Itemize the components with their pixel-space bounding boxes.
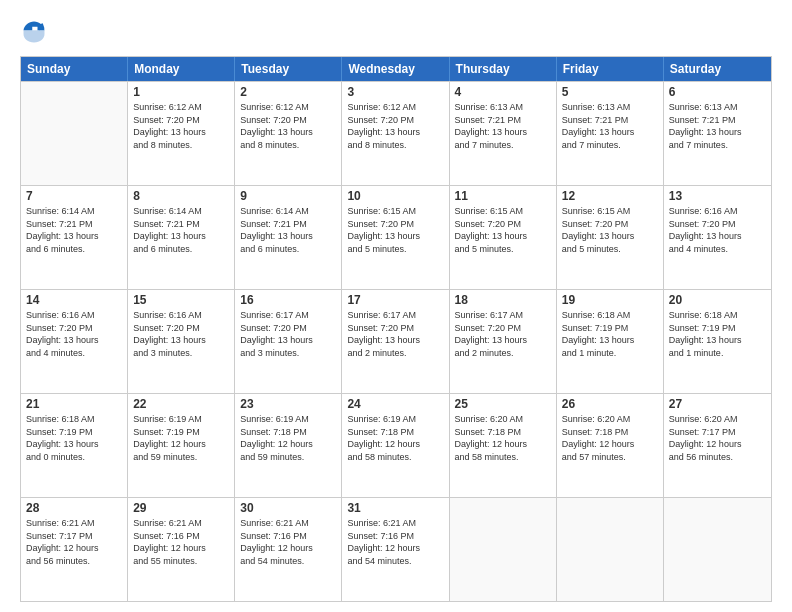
day-info: Sunrise: 6:20 AM Sunset: 7:18 PM Dayligh…: [455, 413, 551, 463]
day-cell-14: 14Sunrise: 6:16 AM Sunset: 7:20 PM Dayli…: [21, 290, 128, 393]
day-info: Sunrise: 6:17 AM Sunset: 7:20 PM Dayligh…: [455, 309, 551, 359]
day-info: Sunrise: 6:15 AM Sunset: 7:20 PM Dayligh…: [455, 205, 551, 255]
day-cell-3: 3Sunrise: 6:12 AM Sunset: 7:20 PM Daylig…: [342, 82, 449, 185]
day-number: 7: [26, 189, 122, 203]
empty-cell: [664, 498, 771, 601]
day-cell-19: 19Sunrise: 6:18 AM Sunset: 7:19 PM Dayli…: [557, 290, 664, 393]
empty-cell: [21, 82, 128, 185]
day-cell-18: 18Sunrise: 6:17 AM Sunset: 7:20 PM Dayli…: [450, 290, 557, 393]
day-cell-4: 4Sunrise: 6:13 AM Sunset: 7:21 PM Daylig…: [450, 82, 557, 185]
day-cell-15: 15Sunrise: 6:16 AM Sunset: 7:20 PM Dayli…: [128, 290, 235, 393]
day-cell-31: 31Sunrise: 6:21 AM Sunset: 7:16 PM Dayli…: [342, 498, 449, 601]
header: [20, 18, 772, 46]
day-cell-29: 29Sunrise: 6:21 AM Sunset: 7:16 PM Dayli…: [128, 498, 235, 601]
day-number: 15: [133, 293, 229, 307]
day-cell-5: 5Sunrise: 6:13 AM Sunset: 7:21 PM Daylig…: [557, 82, 664, 185]
day-cell-1: 1Sunrise: 6:12 AM Sunset: 7:20 PM Daylig…: [128, 82, 235, 185]
day-number: 25: [455, 397, 551, 411]
day-info: Sunrise: 6:14 AM Sunset: 7:21 PM Dayligh…: [240, 205, 336, 255]
day-number: 11: [455, 189, 551, 203]
day-info: Sunrise: 6:19 AM Sunset: 7:18 PM Dayligh…: [347, 413, 443, 463]
day-number: 8: [133, 189, 229, 203]
day-number: 20: [669, 293, 766, 307]
day-number: 22: [133, 397, 229, 411]
calendar-week-2: 7Sunrise: 6:14 AM Sunset: 7:21 PM Daylig…: [21, 185, 771, 289]
calendar-body: 1Sunrise: 6:12 AM Sunset: 7:20 PM Daylig…: [21, 81, 771, 601]
day-number: 14: [26, 293, 122, 307]
day-cell-22: 22Sunrise: 6:19 AM Sunset: 7:19 PM Dayli…: [128, 394, 235, 497]
day-number: 24: [347, 397, 443, 411]
day-info: Sunrise: 6:21 AM Sunset: 7:16 PM Dayligh…: [347, 517, 443, 567]
day-info: Sunrise: 6:20 AM Sunset: 7:18 PM Dayligh…: [562, 413, 658, 463]
day-info: Sunrise: 6:17 AM Sunset: 7:20 PM Dayligh…: [347, 309, 443, 359]
day-number: 1: [133, 85, 229, 99]
day-cell-28: 28Sunrise: 6:21 AM Sunset: 7:17 PM Dayli…: [21, 498, 128, 601]
calendar-week-4: 21Sunrise: 6:18 AM Sunset: 7:19 PM Dayli…: [21, 393, 771, 497]
day-info: Sunrise: 6:12 AM Sunset: 7:20 PM Dayligh…: [240, 101, 336, 151]
day-info: Sunrise: 6:21 AM Sunset: 7:16 PM Dayligh…: [240, 517, 336, 567]
day-number: 12: [562, 189, 658, 203]
calendar-week-1: 1Sunrise: 6:12 AM Sunset: 7:20 PM Daylig…: [21, 81, 771, 185]
day-info: Sunrise: 6:21 AM Sunset: 7:17 PM Dayligh…: [26, 517, 122, 567]
day-info: Sunrise: 6:20 AM Sunset: 7:17 PM Dayligh…: [669, 413, 766, 463]
day-cell-2: 2Sunrise: 6:12 AM Sunset: 7:20 PM Daylig…: [235, 82, 342, 185]
day-number: 29: [133, 501, 229, 515]
calendar: SundayMondayTuesdayWednesdayThursdayFrid…: [20, 56, 772, 602]
day-cell-25: 25Sunrise: 6:20 AM Sunset: 7:18 PM Dayli…: [450, 394, 557, 497]
day-number: 10: [347, 189, 443, 203]
logo-icon: [20, 18, 48, 46]
day-cell-27: 27Sunrise: 6:20 AM Sunset: 7:17 PM Dayli…: [664, 394, 771, 497]
day-header-sunday: Sunday: [21, 57, 128, 81]
day-info: Sunrise: 6:12 AM Sunset: 7:20 PM Dayligh…: [347, 101, 443, 151]
day-info: Sunrise: 6:18 AM Sunset: 7:19 PM Dayligh…: [669, 309, 766, 359]
day-cell-17: 17Sunrise: 6:17 AM Sunset: 7:20 PM Dayli…: [342, 290, 449, 393]
day-number: 16: [240, 293, 336, 307]
day-info: Sunrise: 6:19 AM Sunset: 7:18 PM Dayligh…: [240, 413, 336, 463]
day-info: Sunrise: 6:12 AM Sunset: 7:20 PM Dayligh…: [133, 101, 229, 151]
day-cell-8: 8Sunrise: 6:14 AM Sunset: 7:21 PM Daylig…: [128, 186, 235, 289]
day-number: 18: [455, 293, 551, 307]
empty-cell: [557, 498, 664, 601]
day-cell-7: 7Sunrise: 6:14 AM Sunset: 7:21 PM Daylig…: [21, 186, 128, 289]
day-info: Sunrise: 6:16 AM Sunset: 7:20 PM Dayligh…: [26, 309, 122, 359]
calendar-week-3: 14Sunrise: 6:16 AM Sunset: 7:20 PM Dayli…: [21, 289, 771, 393]
empty-cell: [450, 498, 557, 601]
calendar-week-5: 28Sunrise: 6:21 AM Sunset: 7:17 PM Dayli…: [21, 497, 771, 601]
day-header-tuesday: Tuesday: [235, 57, 342, 81]
day-info: Sunrise: 6:18 AM Sunset: 7:19 PM Dayligh…: [26, 413, 122, 463]
day-info: Sunrise: 6:19 AM Sunset: 7:19 PM Dayligh…: [133, 413, 229, 463]
day-info: Sunrise: 6:17 AM Sunset: 7:20 PM Dayligh…: [240, 309, 336, 359]
calendar-header: SundayMondayTuesdayWednesdayThursdayFrid…: [21, 57, 771, 81]
day-info: Sunrise: 6:13 AM Sunset: 7:21 PM Dayligh…: [455, 101, 551, 151]
day-info: Sunrise: 6:16 AM Sunset: 7:20 PM Dayligh…: [133, 309, 229, 359]
day-info: Sunrise: 6:15 AM Sunset: 7:20 PM Dayligh…: [562, 205, 658, 255]
day-number: 23: [240, 397, 336, 411]
day-number: 30: [240, 501, 336, 515]
day-header-monday: Monday: [128, 57, 235, 81]
day-info: Sunrise: 6:16 AM Sunset: 7:20 PM Dayligh…: [669, 205, 766, 255]
day-header-friday: Friday: [557, 57, 664, 81]
day-header-saturday: Saturday: [664, 57, 771, 81]
day-info: Sunrise: 6:13 AM Sunset: 7:21 PM Dayligh…: [562, 101, 658, 151]
day-info: Sunrise: 6:15 AM Sunset: 7:20 PM Dayligh…: [347, 205, 443, 255]
day-info: Sunrise: 6:14 AM Sunset: 7:21 PM Dayligh…: [133, 205, 229, 255]
day-number: 4: [455, 85, 551, 99]
day-cell-6: 6Sunrise: 6:13 AM Sunset: 7:21 PM Daylig…: [664, 82, 771, 185]
day-number: 2: [240, 85, 336, 99]
day-number: 17: [347, 293, 443, 307]
day-cell-16: 16Sunrise: 6:17 AM Sunset: 7:20 PM Dayli…: [235, 290, 342, 393]
day-cell-30: 30Sunrise: 6:21 AM Sunset: 7:16 PM Dayli…: [235, 498, 342, 601]
day-number: 27: [669, 397, 766, 411]
day-number: 9: [240, 189, 336, 203]
day-number: 26: [562, 397, 658, 411]
day-number: 3: [347, 85, 443, 99]
day-info: Sunrise: 6:18 AM Sunset: 7:19 PM Dayligh…: [562, 309, 658, 359]
day-cell-11: 11Sunrise: 6:15 AM Sunset: 7:20 PM Dayli…: [450, 186, 557, 289]
day-info: Sunrise: 6:13 AM Sunset: 7:21 PM Dayligh…: [669, 101, 766, 151]
day-cell-26: 26Sunrise: 6:20 AM Sunset: 7:18 PM Dayli…: [557, 394, 664, 497]
day-cell-24: 24Sunrise: 6:19 AM Sunset: 7:18 PM Dayli…: [342, 394, 449, 497]
day-number: 19: [562, 293, 658, 307]
day-info: Sunrise: 6:21 AM Sunset: 7:16 PM Dayligh…: [133, 517, 229, 567]
day-number: 6: [669, 85, 766, 99]
day-number: 5: [562, 85, 658, 99]
